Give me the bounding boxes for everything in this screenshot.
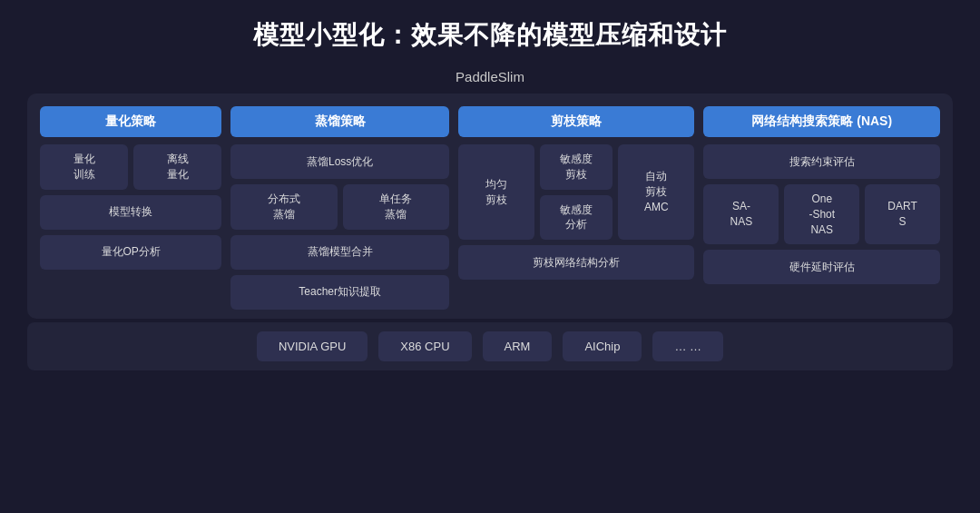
quantization-header: 量化策略 <box>40 106 221 137</box>
prune-network-analysis: 剪枝网络结构分析 <box>458 245 695 280</box>
distill-single: 单任务蒸馏 <box>343 184 449 230</box>
prune-row-1: 均匀剪枝 敏感度剪枝 敏感度分析 自动剪枝AMC <box>458 144 695 240</box>
prune-amc: 自动剪枝AMC <box>618 144 694 240</box>
hw-x86: X86 CPU <box>378 331 471 361</box>
nas-darts: DARTS <box>865 184 940 244</box>
pruning-column: 剪枝策略 均匀剪枝 敏感度剪枝 敏感度分析 自动剪枝AMC 剪枝网络结构分析 <box>458 106 695 310</box>
hw-aichip: AIChip <box>563 331 642 361</box>
nas-header: 网络结构搜索策略 (NAS) <box>703 106 940 137</box>
quant-training: 量化训练 <box>40 144 128 190</box>
hardware-row: NVIDIA GPU X86 CPU ARM AIChip … … <box>27 322 953 370</box>
nas-row-2: SA-NAS One-ShotNAS DARTS <box>703 184 940 244</box>
distill-row-2: 分布式蒸馏 单任务蒸馏 <box>230 184 449 230</box>
distillation-header: 蒸馏策略 <box>230 106 449 137</box>
prune-sensitive: 敏感度剪枝 <box>540 144 612 190</box>
hw-nvidia: NVIDIA GPU <box>257 331 368 361</box>
pruning-header: 剪枝策略 <box>458 106 695 137</box>
hw-arm: ARM <box>483 331 553 361</box>
distill-merge: 蒸馏模型合并 <box>230 235 449 270</box>
nas-sa: SA-NAS <box>703 184 779 244</box>
quant-row-1: 量化训练 离线量化 <box>40 144 221 190</box>
prune-analysis: 敏感度分析 <box>540 195 612 241</box>
distill-loss: 蒸馏Loss优化 <box>230 144 449 179</box>
hw-more: … … <box>652 331 723 361</box>
nas-oneshot: One-ShotNAS <box>784 184 859 244</box>
nas-hw-latency: 硬件延时评估 <box>703 250 940 284</box>
quantization-items: 量化训练 离线量化 模型转换 量化OP分析 <box>40 144 221 270</box>
main-content: 量化策略 量化训练 离线量化 模型转换 量化OP分析 蒸馏策略 蒸馏Loss优化… <box>27 94 953 319</box>
quant-op: 量化OP分析 <box>40 235 221 270</box>
nas-items: 搜索约束评估 SA-NAS One-ShotNAS DARTS 硬件延时评估 <box>703 144 940 284</box>
quant-convert: 模型转换 <box>40 195 221 230</box>
nas-column: 网络结构搜索策略 (NAS) 搜索约束评估 SA-NAS One-ShotNAS… <box>703 106 940 310</box>
quantization-column: 量化策略 量化训练 离线量化 模型转换 量化OP分析 <box>40 106 221 310</box>
quant-offline: 离线量化 <box>133 144 221 190</box>
distillation-column: 蒸馏策略 蒸馏Loss优化 分布式蒸馏 单任务蒸馏 蒸馏模型合并 Teacher… <box>230 106 449 310</box>
paddleslim-label: PaddleSlim <box>456 69 524 84</box>
distill-distributed: 分布式蒸馏 <box>230 184 337 230</box>
distillation-items: 蒸馏Loss优化 分布式蒸馏 单任务蒸馏 蒸馏模型合并 Teacher知识提取 <box>230 144 449 310</box>
strategies-row: 量化策略 量化训练 离线量化 模型转换 量化OP分析 蒸馏策略 蒸馏Loss优化… <box>40 106 940 310</box>
prune-uniform: 均匀剪枝 <box>458 144 534 240</box>
page-title: 模型小型化：效果不降的模型压缩和设计 <box>253 18 727 53</box>
nas-search-eval: 搜索约束评估 <box>703 144 940 179</box>
pruning-items: 均匀剪枝 敏感度剪枝 敏感度分析 自动剪枝AMC 剪枝网络结构分析 <box>458 144 695 280</box>
distill-teacher: Teacher知识提取 <box>230 275 449 310</box>
